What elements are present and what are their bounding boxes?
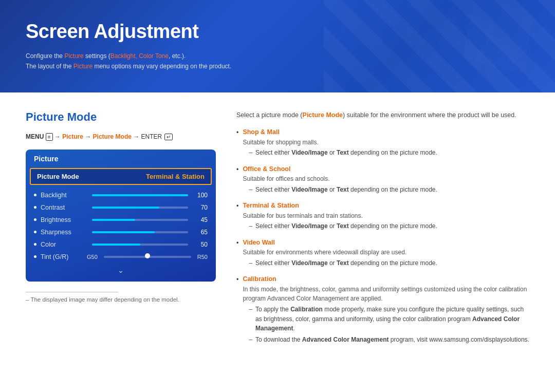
slider-contrast: Contrast 70 (26, 201, 216, 214)
slider-sharpness: Sharpness 65 (26, 226, 216, 238)
slider-tint: Tint (G/R) G50 R50 (26, 251, 216, 263)
bullet-office-school: • Office & School Suitable for offices a… (236, 164, 529, 196)
decorative-shapes (334, 0, 540, 82)
menu-path: MENU ≡ → Picture → Picture Mode → ENTER … (26, 133, 216, 140)
left-footer-note: – The displayed image may differ dependi… (26, 292, 216, 303)
picture-mode-label: Picture Mode (37, 173, 79, 180)
right-column: Select a picture mode (Picture Mode) sui… (236, 110, 529, 351)
slider-brightness: Brightness 45 (26, 214, 216, 226)
bullet-shop-mall: • Shop & Mall Suitable for shopping mall… (236, 127, 529, 159)
bullet-terminal-station: • Terminal & Station Suitable for bus te… (236, 201, 529, 233)
main-content: Picture Mode MENU ≡ → Picture → Picture … (0, 92, 555, 367)
intro-text: Select a picture mode (Picture Mode) sui… (236, 110, 529, 120)
bullet-calibration: • Calibration In this mode, the brightne… (236, 274, 529, 346)
left-column: Picture Mode MENU ≡ → Picture → Picture … (26, 110, 216, 351)
section-title: Picture Mode (26, 110, 216, 124)
picture-mode-row: Picture Mode Terminal & Station (30, 168, 212, 185)
slider-color: Color 50 (26, 238, 216, 251)
bullet-video-wall: • Video Wall Suitable for environments w… (236, 238, 529, 270)
panel-title: Picture (26, 150, 216, 168)
header-banner: Screen Adjustment Configure the Picture … (0, 0, 555, 92)
picture-mode-value: Terminal & Station (146, 173, 205, 180)
picture-panel: Picture Picture Mode Terminal & Station … (26, 150, 216, 282)
slider-backlight: Backlight 100 (26, 189, 216, 201)
chevron-down-icon: ⌄ (26, 266, 216, 274)
